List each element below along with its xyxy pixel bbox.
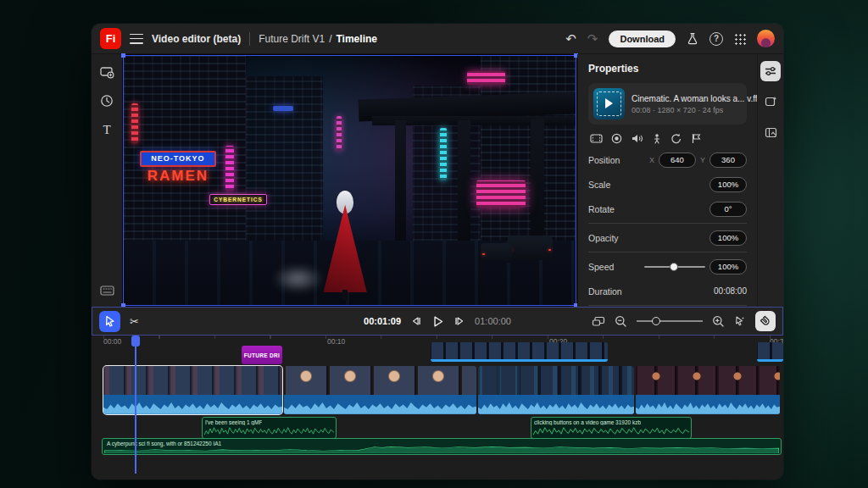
- clip-action-row: [590, 133, 745, 144]
- selection-handle-tl[interactable]: [121, 53, 125, 58]
- breadcrumb-project[interactable]: Future Drift V1: [259, 33, 325, 45]
- record-circle-icon[interactable]: [611, 133, 622, 144]
- text-clip-future-drift[interactable]: FUTURE DRI: [242, 346, 282, 364]
- overlay-video-clip-1[interactable]: [431, 342, 608, 362]
- neon-strip-blue: [273, 106, 293, 111]
- neon-sign-vertical-magenta: [337, 116, 342, 151]
- hamburger-menu-icon[interactable]: [130, 34, 143, 44]
- playhead-line: [135, 336, 136, 474]
- video-clip-4[interactable]: [636, 366, 780, 414]
- overlay-video-clip-2[interactable]: [757, 342, 783, 362]
- top-bar-actions: ↶ ↷ Download ?: [565, 30, 775, 47]
- breadcrumb: Future Drift V1 / Timeline: [259, 33, 377, 45]
- video-frame: NEO-TOKYO RAMEN CYBERNETICS: [123, 55, 576, 306]
- position-row: Position X 640 Y 360: [588, 147, 747, 172]
- apps-grid-icon[interactable]: [734, 33, 746, 45]
- ruler-label: 00:10: [327, 337, 345, 346]
- fit-timeline-icon[interactable]: [592, 316, 605, 327]
- neon-sign-vertical-cyan: [440, 128, 447, 180]
- parked-car-2: [481, 243, 512, 263]
- video-preview[interactable]: NEO-TOKYO RAMEN CYBERNETICS: [122, 54, 577, 307]
- text-tool-icon[interactable]: T: [99, 122, 114, 137]
- snap-magnet-button[interactable]: [755, 311, 776, 331]
- speed-row: Speed 100%: [588, 254, 747, 279]
- play-glyph-icon: [605, 98, 613, 108]
- scale-input[interactable]: 100%: [709, 177, 747, 192]
- playhead-handle[interactable]: [131, 336, 140, 347]
- divider: [588, 223, 747, 224]
- figure-legs: [342, 290, 348, 300]
- properties-title: Properties: [588, 63, 747, 75]
- previous-frame-button[interactable]: [410, 316, 422, 326]
- figure-red-cape: [324, 205, 367, 292]
- opacity-input[interactable]: 100%: [709, 230, 747, 246]
- opacity-label: Opacity: [588, 233, 619, 243]
- beaker-icon[interactable]: [687, 32, 698, 45]
- position-label: Position: [588, 155, 620, 165]
- flag-marker-icon[interactable]: [691, 133, 702, 144]
- neon-sign-vertical-pink: [225, 146, 234, 191]
- scale-row: Scale 100%: [588, 172, 747, 197]
- timeline-panel[interactable]: 00:00 00:10 00:20 00:30 FUTURE DRI: [92, 336, 783, 480]
- video-clip-1-selected[interactable]: [103, 366, 282, 414]
- next-frame-button[interactable]: [453, 316, 465, 326]
- clip-details: 00:08 · 1280 × 720 · 24 fps: [632, 106, 757, 114]
- undo-icon[interactable]: ↶: [565, 32, 576, 45]
- audio-clip-voice[interactable]: I've been seeing 1 gMF: [202, 417, 337, 439]
- audio-clip-music[interactable]: A cyberpunk sci fi song, with or 8512422…: [102, 438, 782, 455]
- pillar-1: [395, 120, 406, 245]
- history-icon[interactable]: [99, 93, 114, 108]
- add-media-icon[interactable]: [99, 64, 114, 80]
- speed-input[interactable]: 100%: [709, 259, 747, 274]
- right-toolbar: [757, 54, 783, 307]
- position-y-input[interactable]: 360: [709, 152, 747, 168]
- select-tool-button[interactable]: [99, 311, 120, 332]
- breadcrumb-separator: /: [329, 33, 331, 45]
- audio-clip-sfx[interactable]: clicking buttons on a video game 31920 k…: [531, 417, 692, 439]
- edit-video-button[interactable]: [760, 92, 781, 112]
- play-button[interactable]: [431, 315, 444, 328]
- firefly-logo[interactable]: Fi: [100, 28, 121, 49]
- properties-panel: Properties Cinematic. A woman looks a...…: [577, 54, 757, 307]
- pillar-2: [458, 120, 470, 250]
- scale-label: Scale: [588, 180, 610, 190]
- film-frame-icon[interactable]: [590, 133, 603, 144]
- media-panel-button[interactable]: [760, 122, 781, 142]
- neon-board-right: [476, 180, 526, 208]
- duration-value: 00:08:00: [714, 286, 747, 296]
- zoom-in-icon[interactable]: [712, 315, 725, 328]
- current-time: 00:01:09: [364, 316, 401, 326]
- user-avatar[interactable]: [757, 30, 775, 47]
- rotate-row: Rotate 0°: [588, 197, 747, 221]
- speed-slider[interactable]: [644, 263, 705, 271]
- y-axis-label: Y: [700, 156, 705, 164]
- desktop-background: Fi Video editor (beta) Future Drift V1 /…: [0, 0, 868, 488]
- keyboard-shortcuts-icon[interactable]: [99, 283, 114, 298]
- rotate-label: Rotate: [588, 204, 615, 214]
- caped-figure: [323, 191, 368, 300]
- app-window: Fi Video editor (beta) Future Drift V1 /…: [92, 24, 783, 480]
- cut-tool-button[interactable]: ✂: [124, 311, 145, 332]
- rotate-input[interactable]: 0°: [709, 202, 747, 217]
- speed-label: Speed: [588, 262, 614, 272]
- timeline-zoom-slider[interactable]: [637, 317, 703, 325]
- app-title: Video editor (beta): [152, 33, 241, 45]
- timeline-toolbar: ✂ 00:01:09 01:00:00: [92, 307, 783, 336]
- person-pose-icon[interactable]: [652, 133, 662, 144]
- top-bar: Fi Video editor (beta) Future Drift V1 /…: [92, 24, 783, 54]
- properties-tab-button[interactable]: [760, 61, 781, 81]
- video-clip-3[interactable]: [478, 366, 634, 414]
- selected-clip-card[interactable]: Cinematic. A woman looks a... v.ffgenvid…: [588, 83, 747, 125]
- position-x-input[interactable]: 640: [659, 152, 696, 168]
- help-icon[interactable]: ?: [709, 32, 723, 46]
- redo-icon[interactable]: ↷: [587, 32, 598, 45]
- audio-icon[interactable]: [631, 133, 643, 144]
- neon-sign-top-right: [467, 71, 505, 85]
- download-button[interactable]: Download: [609, 30, 676, 47]
- refresh-icon[interactable]: [670, 133, 682, 144]
- video-clip-2[interactable]: [284, 366, 476, 414]
- logo-text: Fi: [106, 32, 116, 45]
- zoom-out-icon[interactable]: [615, 315, 627, 328]
- neon-sign-cybernetics: CYBERNETICS: [209, 194, 267, 205]
- pointer-snap-icon[interactable]: [734, 315, 746, 327]
